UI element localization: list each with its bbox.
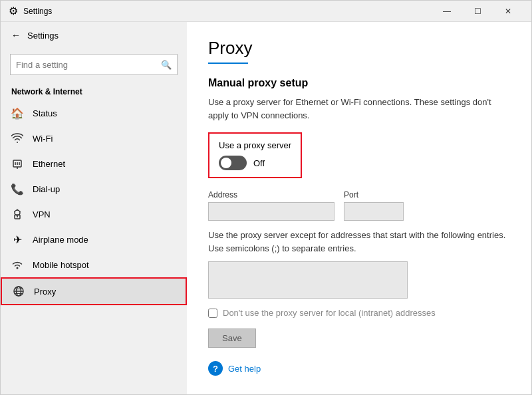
local-intranet-label: Don't use the proxy server for local (in… [223, 308, 436, 318]
svg-point-8 [17, 267, 19, 269]
dialup-icon: 📞 [11, 183, 23, 195]
sidebar-item-label-hotspot: Mobile hotspot [33, 260, 89, 270]
toggle-knob [221, 158, 231, 168]
address-field-group: Address [208, 190, 334, 221]
vpn-icon [11, 208, 23, 220]
local-intranet-checkbox[interactable] [208, 309, 217, 318]
port-field-group: Port [344, 190, 404, 221]
proxy-toggle-section: Use a proxy server Off [208, 132, 302, 178]
help-icon: ? [208, 361, 223, 376]
search-icon: 🔍 [161, 60, 172, 70]
sidebar-item-proxy[interactable]: Proxy [1, 277, 187, 305]
sidebar-item-label-proxy: Proxy [34, 287, 56, 297]
exceptions-description: Use the proxy server except for addresse… [208, 229, 510, 255]
title-bar-title: Settings [23, 7, 52, 16]
minimize-button[interactable]: — [432, 1, 462, 22]
sidebar-item-status[interactable]: 🏠 Status [1, 100, 187, 126]
sidebar-item-label-status: Status [33, 108, 57, 118]
back-label: Settings [27, 31, 59, 41]
svg-point-7 [17, 216, 18, 217]
maximize-button[interactable]: ☐ [462, 1, 493, 22]
sidebar-item-label-wifi: Wi-Fi [33, 134, 53, 144]
sidebar-item-wifi[interactable]: Wi-Fi [1, 126, 187, 151]
title-bar-controls: — ☐ ✕ [432, 1, 523, 22]
search-box: 🔍 [10, 54, 178, 75]
status-icon: 🏠 [11, 107, 23, 119]
get-help-row: ? Get help [208, 361, 510, 376]
sidebar: ← Settings 🔍 Network & Internet 🏠 Status [1, 22, 187, 394]
settings-icon: ⚙ [9, 5, 18, 17]
sidebar-item-airplane[interactable]: ✈ Airplane mode [1, 227, 187, 252]
back-arrow-icon: ← [11, 30, 21, 41]
proxy-icon [13, 285, 25, 297]
proxy-description: Use a proxy server for Ethernet or Wi-Fi… [208, 96, 510, 122]
title-underline [208, 63, 248, 64]
manual-proxy-title: Manual proxy setup [208, 77, 510, 89]
back-button[interactable]: ← Settings [1, 22, 187, 49]
local-intranet-checkbox-row: Don't use the proxy server for local (in… [208, 308, 510, 318]
airplane-icon: ✈ [11, 233, 23, 245]
address-input[interactable] [208, 202, 334, 221]
title-bar: ⚙ Settings — ☐ ✕ [1, 1, 531, 22]
page-title: Proxy [208, 38, 510, 59]
title-bar-left: ⚙ Settings [9, 5, 52, 17]
sidebar-item-hotspot[interactable]: Mobile hotspot [1, 252, 187, 277]
toggle-row: Off [219, 156, 291, 170]
sidebar-item-label-vpn: VPN [33, 209, 51, 219]
get-help-link[interactable]: Get help [228, 364, 261, 374]
port-input[interactable] [344, 202, 404, 221]
save-button[interactable]: Save [208, 329, 256, 348]
address-port-row: Address Port [208, 190, 510, 221]
toggle-label: Use a proxy server [219, 140, 291, 150]
exceptions-textarea[interactable] [208, 261, 408, 299]
sidebar-item-ethernet[interactable]: Ethernet [1, 151, 187, 176]
port-label: Port [344, 190, 404, 199]
wifi-icon [11, 132, 23, 144]
address-label: Address [208, 190, 334, 199]
toggle-status: Off [253, 158, 265, 168]
sidebar-item-label-ethernet: Ethernet [33, 159, 65, 169]
search-input[interactable] [16, 60, 161, 70]
sidebar-section-label: Network & Internet [1, 80, 187, 100]
content-area: ← Settings 🔍 Network & Internet 🏠 Status [1, 22, 531, 394]
sidebar-item-label-airplane: Airplane mode [33, 235, 88, 245]
sidebar-item-label-dialup: Dial-up [33, 184, 60, 194]
hotspot-icon [11, 259, 23, 271]
settings-window: ⚙ Settings — ☐ ✕ ← Settings 🔍 Network & … [0, 0, 532, 395]
ethernet-icon [11, 158, 23, 170]
close-button[interactable]: ✕ [493, 1, 523, 22]
main-content: Proxy Manual proxy setup Use a proxy ser… [187, 22, 531, 394]
sidebar-item-vpn[interactable]: VPN [1, 201, 187, 227]
proxy-toggle[interactable] [219, 156, 247, 170]
sidebar-item-dialup[interactable]: 📞 Dial-up [1, 176, 187, 201]
